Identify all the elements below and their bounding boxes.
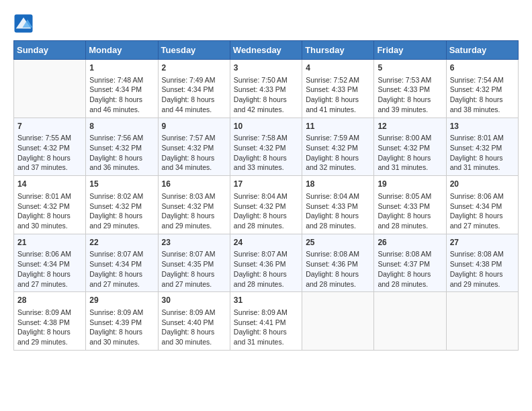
cell-info: Sunrise: 7:50 AM bbox=[234, 75, 298, 85]
header-day-friday: Friday bbox=[374, 41, 446, 60]
calendar-header: SundayMondayTuesdayWednesdayThursdayFrid… bbox=[14, 41, 519, 60]
cell-info: Sunrise: 8:09 AM bbox=[17, 308, 82, 318]
calendar-cell: 30Sunrise: 8:09 AMSunset: 4:40 PMDayligh… bbox=[158, 292, 230, 351]
cell-info: Daylight: 8 hours bbox=[378, 153, 442, 163]
cell-info: and 44 minutes. bbox=[162, 105, 226, 115]
calendar-cell: 6Sunrise: 7:54 AMSunset: 4:32 PMDaylight… bbox=[446, 60, 518, 118]
calendar-cell: 7Sunrise: 7:55 AMSunset: 4:32 PMDaylight… bbox=[14, 118, 86, 176]
cell-info: Sunset: 4:33 PM bbox=[234, 85, 298, 95]
cell-info: Sunset: 4:32 PM bbox=[234, 143, 298, 153]
cell-info: and 30 minutes. bbox=[89, 337, 154, 347]
cell-info: Sunrise: 8:00 AM bbox=[378, 133, 442, 143]
cell-info: Sunset: 4:32 PM bbox=[89, 201, 154, 212]
cell-info: Daylight: 8 hours bbox=[89, 95, 154, 105]
cell-info: Sunrise: 7:49 AM bbox=[162, 75, 226, 85]
cell-info: Sunrise: 7:52 AM bbox=[306, 75, 370, 85]
cell-info: Sunset: 4:35 PM bbox=[162, 259, 226, 269]
cell-info: Sunset: 4:38 PM bbox=[450, 259, 515, 269]
cell-info: Daylight: 8 hours bbox=[234, 153, 298, 163]
cell-info: and 34 minutes. bbox=[162, 163, 226, 173]
calendar-cell: 15Sunrise: 8:02 AMSunset: 4:32 PMDayligh… bbox=[86, 176, 158, 234]
cell-info: and 31 minutes. bbox=[378, 163, 442, 173]
cell-info: Sunset: 4:32 PM bbox=[306, 143, 370, 153]
cell-info: Sunset: 4:37 PM bbox=[378, 259, 442, 269]
cell-info: and 29 minutes. bbox=[450, 279, 515, 289]
day-number: 24 bbox=[234, 237, 298, 248]
header-day-tuesday: Tuesday bbox=[158, 41, 230, 60]
cell-info: Sunset: 4:32 PM bbox=[89, 143, 154, 153]
calendar-cell: 9Sunrise: 7:57 AMSunset: 4:32 PMDaylight… bbox=[158, 118, 230, 176]
calendar-table: SundayMondayTuesdayWednesdayThursdayFrid… bbox=[13, 40, 519, 351]
day-number: 22 bbox=[89, 237, 154, 248]
calendar-cell bbox=[446, 292, 518, 351]
calendar-cell: 3Sunrise: 7:50 AMSunset: 4:33 PMDaylight… bbox=[230, 60, 302, 118]
day-number: 19 bbox=[378, 179, 442, 190]
cell-info: and 31 minutes. bbox=[234, 337, 298, 347]
cell-info: Sunrise: 8:03 AM bbox=[162, 191, 226, 201]
calendar-cell: 2Sunrise: 7:49 AMSunset: 4:34 PMDaylight… bbox=[158, 60, 230, 118]
cell-info: Daylight: 8 hours bbox=[17, 211, 82, 221]
cell-info: Daylight: 8 hours bbox=[306, 269, 370, 279]
cell-info: and 32 minutes. bbox=[306, 163, 370, 173]
logo-icon bbox=[13, 13, 34, 34]
cell-info: Sunset: 4:32 PM bbox=[450, 143, 515, 153]
cell-info: Daylight: 8 hours bbox=[450, 153, 515, 163]
page-header bbox=[13, 13, 519, 34]
calendar-cell: 11Sunrise: 7:59 AMSunset: 4:32 PMDayligh… bbox=[302, 118, 374, 176]
calendar-cell: 20Sunrise: 8:06 AMSunset: 4:34 PMDayligh… bbox=[446, 176, 518, 234]
day-number: 21 bbox=[17, 237, 82, 248]
cell-info: Daylight: 8 hours bbox=[234, 327, 298, 337]
cell-info: Sunset: 4:33 PM bbox=[306, 85, 370, 95]
cell-info: Daylight: 8 hours bbox=[234, 269, 298, 279]
calendar-cell: 16Sunrise: 8:03 AMSunset: 4:32 PMDayligh… bbox=[158, 176, 230, 234]
header-day-saturday: Saturday bbox=[446, 41, 518, 60]
cell-info: and 27 minutes. bbox=[162, 279, 226, 289]
day-number: 1 bbox=[89, 62, 154, 74]
cell-info: and 28 minutes. bbox=[234, 279, 298, 289]
cell-info: Sunset: 4:33 PM bbox=[378, 85, 442, 95]
calendar-cell: 19Sunrise: 8:05 AMSunset: 4:33 PMDayligh… bbox=[374, 176, 446, 234]
cell-info: and 39 minutes. bbox=[378, 105, 442, 115]
cell-info: Sunset: 4:34 PM bbox=[17, 259, 82, 269]
cell-info: Sunrise: 8:05 AM bbox=[378, 191, 442, 201]
cell-info: Daylight: 8 hours bbox=[450, 211, 515, 221]
calendar-cell: 14Sunrise: 8:01 AMSunset: 4:32 PMDayligh… bbox=[14, 176, 86, 234]
cell-info: Sunrise: 7:54 AM bbox=[450, 75, 515, 85]
cell-info: Sunrise: 8:01 AM bbox=[17, 191, 82, 201]
cell-info: Daylight: 8 hours bbox=[89, 269, 154, 279]
calendar-cell: 27Sunrise: 8:08 AMSunset: 4:38 PMDayligh… bbox=[446, 234, 518, 292]
cell-info: Sunset: 4:34 PM bbox=[450, 201, 515, 212]
calendar-cell: 4Sunrise: 7:52 AMSunset: 4:33 PMDaylight… bbox=[302, 60, 374, 118]
cell-info: and 29 minutes. bbox=[89, 221, 154, 231]
cell-info: Sunset: 4:33 PM bbox=[306, 201, 370, 212]
day-number: 5 bbox=[378, 62, 442, 74]
cell-info: Daylight: 8 hours bbox=[162, 327, 226, 337]
day-number: 4 bbox=[306, 62, 370, 74]
cell-info: Sunrise: 7:53 AM bbox=[378, 75, 442, 85]
calendar-week-2: 7Sunrise: 7:55 AMSunset: 4:32 PMDaylight… bbox=[14, 118, 519, 176]
calendar-cell: 12Sunrise: 8:00 AMSunset: 4:32 PMDayligh… bbox=[374, 118, 446, 176]
cell-info: Sunrise: 8:09 AM bbox=[234, 308, 298, 318]
cell-info: Daylight: 8 hours bbox=[17, 269, 82, 279]
calendar-cell: 29Sunrise: 8:09 AMSunset: 4:39 PMDayligh… bbox=[86, 292, 158, 351]
cell-info: and 29 minutes. bbox=[17, 337, 82, 347]
cell-info: Sunrise: 8:06 AM bbox=[450, 191, 515, 201]
cell-info: Sunrise: 8:08 AM bbox=[306, 249, 370, 259]
cell-info: Sunset: 4:34 PM bbox=[89, 85, 154, 95]
cell-info: Daylight: 8 hours bbox=[378, 269, 442, 279]
day-number: 27 bbox=[450, 237, 515, 248]
cell-info: Daylight: 8 hours bbox=[450, 269, 515, 279]
calendar-cell: 18Sunrise: 8:04 AMSunset: 4:33 PMDayligh… bbox=[302, 176, 374, 234]
calendar-cell: 23Sunrise: 8:07 AMSunset: 4:35 PMDayligh… bbox=[158, 234, 230, 292]
cell-info: Daylight: 8 hours bbox=[234, 211, 298, 221]
day-number: 7 bbox=[17, 121, 82, 132]
cell-info: and 31 minutes. bbox=[450, 163, 515, 173]
cell-info: Sunrise: 8:08 AM bbox=[450, 249, 515, 259]
cell-info: Sunrise: 8:04 AM bbox=[234, 191, 298, 201]
cell-info: Sunset: 4:32 PM bbox=[17, 143, 82, 153]
calendar-cell: 25Sunrise: 8:08 AMSunset: 4:36 PMDayligh… bbox=[302, 234, 374, 292]
calendar-cell: 26Sunrise: 8:08 AMSunset: 4:37 PMDayligh… bbox=[374, 234, 446, 292]
cell-info: and 28 minutes. bbox=[378, 221, 442, 231]
cell-info: Sunset: 4:36 PM bbox=[234, 259, 298, 269]
calendar-cell bbox=[14, 60, 86, 118]
